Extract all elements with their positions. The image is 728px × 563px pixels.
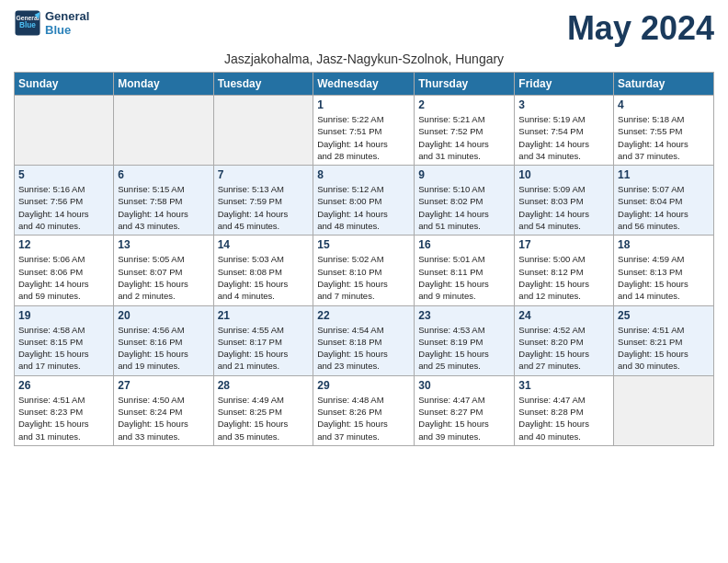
- day-info: Sunrise: 4:54 AM Sunset: 8:18 PM Dayligh…: [317, 324, 410, 373]
- day-number: 7: [218, 168, 310, 181]
- day-info: Sunrise: 5:16 AM Sunset: 7:56 PM Dayligh…: [18, 183, 109, 232]
- calendar-day-cell: [15, 96, 114, 166]
- day-info: Sunrise: 4:51 AM Sunset: 8:23 PM Dayligh…: [18, 394, 109, 442]
- calendar-day-cell: 22Sunrise: 4:54 AM Sunset: 8:18 PM Dayli…: [313, 305, 415, 375]
- calendar-week-row: 12Sunrise: 5:06 AM Sunset: 8:06 PM Dayli…: [15, 236, 714, 305]
- day-info: Sunrise: 5:00 AM Sunset: 8:12 PM Dayligh…: [518, 253, 609, 302]
- day-info: Sunrise: 5:18 AM Sunset: 7:55 PM Dayligh…: [618, 113, 710, 162]
- day-header-sunday: Sunday: [15, 73, 114, 96]
- calendar-day-cell: 4Sunrise: 5:18 AM Sunset: 7:55 PM Daylig…: [614, 96, 714, 166]
- day-info: Sunrise: 4:47 AM Sunset: 8:28 PM Dayligh…: [518, 394, 609, 442]
- day-info: Sunrise: 4:58 AM Sunset: 8:15 PM Dayligh…: [18, 324, 109, 373]
- calendar-day-cell: 23Sunrise: 4:53 AM Sunset: 8:19 PM Dayli…: [415, 305, 515, 375]
- calendar-day-cell: 9Sunrise: 5:10 AM Sunset: 8:02 PM Daylig…: [415, 166, 515, 236]
- day-info: Sunrise: 5:12 AM Sunset: 8:00 PM Dayligh…: [317, 183, 410, 232]
- logo-text: General Blue: [45, 9, 89, 37]
- day-info: Sunrise: 5:10 AM Sunset: 8:02 PM Dayligh…: [418, 183, 510, 232]
- day-number: 13: [118, 238, 209, 251]
- day-number: 31: [518, 379, 609, 392]
- day-header-friday: Friday: [515, 73, 614, 96]
- calendar-day-cell: 27Sunrise: 4:50 AM Sunset: 8:24 PM Dayli…: [114, 375, 213, 445]
- day-info: Sunrise: 5:01 AM Sunset: 8:11 PM Dayligh…: [418, 253, 510, 302]
- calendar-day-cell: [213, 96, 313, 166]
- day-number: 2: [418, 98, 510, 111]
- day-info: Sunrise: 4:53 AM Sunset: 8:19 PM Dayligh…: [418, 324, 510, 373]
- day-number: 22: [317, 309, 410, 322]
- day-number: 15: [317, 238, 410, 251]
- calendar-day-cell: [114, 96, 213, 166]
- day-info: Sunrise: 5:21 AM Sunset: 7:52 PM Dayligh…: [418, 113, 510, 162]
- calendar-day-cell: 19Sunrise: 4:58 AM Sunset: 8:15 PM Dayli…: [15, 305, 114, 375]
- calendar-day-cell: 13Sunrise: 5:05 AM Sunset: 8:07 PM Dayli…: [114, 236, 213, 305]
- logo: General Blue General Blue: [14, 9, 89, 37]
- calendar-week-row: 19Sunrise: 4:58 AM Sunset: 8:15 PM Dayli…: [15, 305, 714, 375]
- calendar-day-cell: 1Sunrise: 5:22 AM Sunset: 7:51 PM Daylig…: [313, 96, 415, 166]
- day-number: 25: [618, 309, 710, 322]
- calendar-week-row: 26Sunrise: 4:51 AM Sunset: 8:23 PM Dayli…: [15, 375, 714, 445]
- day-number: 10: [518, 168, 609, 181]
- day-header-tuesday: Tuesday: [213, 73, 313, 96]
- day-info: Sunrise: 4:59 AM Sunset: 8:13 PM Dayligh…: [618, 253, 710, 302]
- day-number: 1: [317, 98, 410, 111]
- calendar-week-row: 5Sunrise: 5:16 AM Sunset: 7:56 PM Daylig…: [15, 166, 714, 236]
- calendar-day-cell: 21Sunrise: 4:55 AM Sunset: 8:17 PM Dayli…: [213, 305, 313, 375]
- day-info: Sunrise: 5:19 AM Sunset: 7:54 PM Dayligh…: [518, 113, 609, 162]
- day-info: Sunrise: 5:15 AM Sunset: 7:58 PM Dayligh…: [118, 183, 209, 232]
- day-info: Sunrise: 4:52 AM Sunset: 8:20 PM Dayligh…: [518, 324, 609, 373]
- day-number: 17: [518, 238, 609, 251]
- calendar-week-row: 1Sunrise: 5:22 AM Sunset: 7:51 PM Daylig…: [15, 96, 714, 166]
- day-number: 8: [317, 168, 410, 181]
- calendar-day-cell: 30Sunrise: 4:47 AM Sunset: 8:27 PM Dayli…: [415, 375, 515, 445]
- logo-icon: General Blue: [14, 9, 41, 37]
- day-number: 11: [618, 168, 710, 181]
- day-number: 20: [118, 309, 209, 322]
- day-header-saturday: Saturday: [614, 73, 714, 96]
- calendar-day-cell: 28Sunrise: 4:49 AM Sunset: 8:25 PM Dayli…: [213, 375, 313, 445]
- calendar-day-cell: 5Sunrise: 5:16 AM Sunset: 7:56 PM Daylig…: [15, 166, 114, 236]
- day-number: 16: [418, 238, 510, 251]
- calendar-day-cell: 8Sunrise: 5:12 AM Sunset: 8:00 PM Daylig…: [313, 166, 415, 236]
- calendar-table: SundayMondayTuesdayWednesdayThursdayFrid…: [14, 72, 714, 446]
- day-info: Sunrise: 5:13 AM Sunset: 7:59 PM Dayligh…: [218, 183, 310, 232]
- day-number: 29: [317, 379, 410, 392]
- day-number: 19: [18, 309, 109, 322]
- calendar-day-cell: 31Sunrise: 4:47 AM Sunset: 8:28 PM Dayli…: [515, 375, 614, 445]
- day-info: Sunrise: 4:49 AM Sunset: 8:25 PM Dayligh…: [218, 394, 310, 442]
- calendar-day-cell: 17Sunrise: 5:00 AM Sunset: 8:12 PM Dayli…: [515, 236, 614, 305]
- day-info: Sunrise: 5:02 AM Sunset: 8:10 PM Dayligh…: [317, 253, 410, 302]
- calendar-day-cell: 26Sunrise: 4:51 AM Sunset: 8:23 PM Dayli…: [15, 375, 114, 445]
- day-info: Sunrise: 5:03 AM Sunset: 8:08 PM Dayligh…: [218, 253, 310, 302]
- day-info: Sunrise: 5:09 AM Sunset: 8:03 PM Dayligh…: [518, 183, 609, 232]
- day-info: Sunrise: 4:56 AM Sunset: 8:16 PM Dayligh…: [118, 324, 209, 373]
- day-info: Sunrise: 4:48 AM Sunset: 8:26 PM Dayligh…: [317, 394, 410, 442]
- calendar-day-cell: 15Sunrise: 5:02 AM Sunset: 8:10 PM Dayli…: [313, 236, 415, 305]
- day-header-thursday: Thursday: [415, 73, 515, 96]
- page-header: General Blue General Blue May 2024: [14, 9, 714, 48]
- day-number: 9: [418, 168, 510, 181]
- day-number: 26: [18, 379, 109, 392]
- day-info: Sunrise: 5:05 AM Sunset: 8:07 PM Dayligh…: [118, 253, 209, 302]
- day-header-monday: Monday: [114, 73, 213, 96]
- day-info: Sunrise: 4:47 AM Sunset: 8:27 PM Dayligh…: [418, 394, 510, 442]
- day-number: 30: [418, 379, 510, 392]
- day-number: 23: [418, 309, 510, 322]
- day-info: Sunrise: 4:50 AM Sunset: 8:24 PM Dayligh…: [118, 394, 209, 442]
- calendar-day-cell: 11Sunrise: 5:07 AM Sunset: 8:04 PM Dayli…: [614, 166, 714, 236]
- day-info: Sunrise: 5:22 AM Sunset: 7:51 PM Dayligh…: [317, 113, 410, 162]
- calendar-day-cell: 14Sunrise: 5:03 AM Sunset: 8:08 PM Dayli…: [213, 236, 313, 305]
- calendar-day-cell: 24Sunrise: 4:52 AM Sunset: 8:20 PM Dayli…: [515, 305, 614, 375]
- calendar-day-cell: 18Sunrise: 4:59 AM Sunset: 8:13 PM Dayli…: [614, 236, 714, 305]
- calendar-day-cell: 7Sunrise: 5:13 AM Sunset: 7:59 PM Daylig…: [213, 166, 313, 236]
- calendar-day-cell: 20Sunrise: 4:56 AM Sunset: 8:16 PM Dayli…: [114, 305, 213, 375]
- day-number: 18: [618, 238, 710, 251]
- calendar-day-cell: 16Sunrise: 5:01 AM Sunset: 8:11 PM Dayli…: [415, 236, 515, 305]
- day-number: 14: [218, 238, 310, 251]
- calendar-header-row: SundayMondayTuesdayWednesdayThursdayFrid…: [15, 73, 714, 96]
- month-title: May 2024: [567, 9, 714, 48]
- calendar-day-cell: 25Sunrise: 4:51 AM Sunset: 8:21 PM Dayli…: [614, 305, 714, 375]
- day-number: 28: [218, 379, 310, 392]
- day-number: 4: [618, 98, 710, 111]
- calendar-day-cell: 29Sunrise: 4:48 AM Sunset: 8:26 PM Dayli…: [313, 375, 415, 445]
- calendar-subtitle: Jaszjakohalma, Jasz-Nagykun-Szolnok, Hun…: [14, 52, 714, 66]
- day-number: 12: [18, 238, 109, 251]
